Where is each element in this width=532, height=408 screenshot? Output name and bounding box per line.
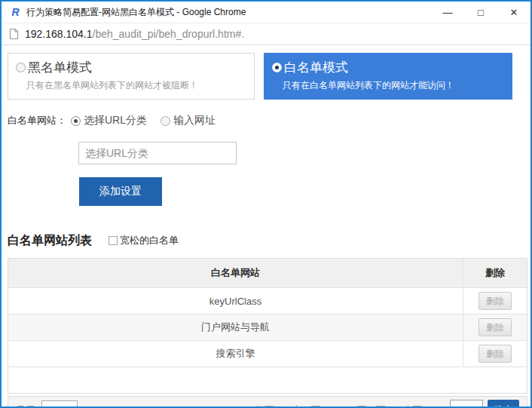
header-site-column: 白名单网站 — [8, 259, 463, 287]
page-size-value: 10 — [46, 404, 67, 408]
header-delete-column: 删除 — [463, 259, 527, 287]
delete-cell: 删除 — [463, 288, 527, 314]
url-text: 192.168.104.1/beh_audit_pi/beh_dropurl.h… — [25, 28, 244, 40]
loose-whitelist-checkbox[interactable] — [109, 236, 118, 245]
last-page-button[interactable]: 末页 ▶| — [403, 403, 430, 408]
delete-row-button[interactable]: 删除 — [478, 292, 512, 310]
blacklist-mode-box[interactable]: 黑名单模式 只有在黑名单网站列表下的网站才被阻断！ — [8, 53, 255, 100]
option-select-url-class[interactable]: 选择URL分类 — [71, 114, 147, 127]
delete-cell: 删除 — [463, 314, 527, 340]
window-controls: — □ ✕ — [431, 2, 530, 23]
whitelist-mode-desc: 只有在白名单网站列表下的网站才能访问！ — [283, 79, 504, 92]
whitelist-list-title: 白名单网站列表 — [8, 233, 92, 249]
delete-cell: 删除 — [463, 341, 527, 367]
page-size-select[interactable]: 10 ▼ — [41, 400, 78, 408]
table-row: 门户网站与导航 删除 — [8, 314, 527, 340]
url-class-radio-label: 选择URL分类 — [84, 114, 147, 127]
whitelist-source-row: 白名单网站： 选择URL分类 输入网址 — [8, 113, 524, 128]
loose-whitelist-label: 宽松的白名单 — [120, 234, 179, 247]
list-heading-row: 白名单网站列表 宽松的白名单 — [8, 233, 524, 248]
current-page-number: 1 — [336, 405, 341, 408]
pagination-controls: |◀ 首页 ◀ 上一页 1 下一页 ▶ 末页 ▶| — [247, 403, 430, 408]
last-page-label: 末页 — [403, 403, 423, 408]
blacklist-mode-desc: 只有在黑名单网站列表下的网站才被阻断！ — [26, 79, 246, 92]
blacklist-radio[interactable] — [16, 63, 26, 72]
table-header-row: 白名单网站 删除 — [8, 259, 527, 287]
url-path: /beh_audit_pi/beh_dropurl.htm#. — [93, 28, 245, 40]
blacklist-mode-title: 黑名单模式 — [28, 59, 92, 76]
table-row: keyUrlClass 删除 — [8, 287, 527, 314]
page-document-icon — [9, 28, 19, 40]
confirm-page-button[interactable]: 确定 — [488, 400, 519, 408]
prev-page-button[interactable]: ◀ 上一页 — [285, 403, 321, 408]
whitelist-mode-title: 白名单模式 — [284, 59, 348, 76]
window-titlebar: R 行为策略简易配置-网站黑白名单模式 - Google Chrome — □ … — [2, 2, 530, 23]
page-size-label: 显示: — [16, 403, 38, 408]
input-url-radio[interactable] — [161, 116, 170, 126]
whitelist-source-label: 白名单网站： — [8, 114, 66, 127]
site-cell: keyUrlClass — [8, 288, 463, 314]
delete-row-button[interactable]: 删除 — [478, 318, 512, 336]
mode-selector: 黑名单模式 只有在黑名单网站列表下的网站才被阻断！ 白名单模式 只有在白名单网站… — [8, 53, 524, 100]
next-page-label: 下一页 — [356, 403, 386, 408]
page-content: 黑名单模式 只有在黑名单网站列表下的网站才被阻断！ 白名单模式 只有在白名单网站… — [2, 53, 530, 408]
empty-table-row — [8, 367, 527, 393]
close-button[interactable]: ✕ — [497, 2, 530, 23]
input-url-radio-label: 输入网址 — [173, 114, 216, 127]
loose-whitelist-option[interactable]: 宽松的白名单 — [109, 234, 179, 247]
add-setting-button[interactable]: 添加设置 — [79, 177, 162, 206]
table-row: 搜索引擎 删除 — [8, 340, 527, 367]
next-page-button[interactable]: 下一页 ▶ — [356, 403, 393, 408]
url-class-radio[interactable] — [71, 116, 81, 126]
first-page-button[interactable]: |◀ 首页 — [247, 403, 274, 408]
first-page-label: 首页 — [255, 403, 274, 408]
whitelist-radio[interactable] — [272, 63, 282, 72]
address-bar[interactable]: 192.168.104.1/beh_audit_pi/beh_dropurl.h… — [2, 23, 530, 45]
goto-page-input[interactable] — [450, 400, 483, 408]
prev-page-label: 上一页 — [292, 403, 321, 408]
pagination-bar: 显示: 10 ▼ |◀ 首页 ◀ 上一页 1 下一页 ▶ 末页 ▶| — [8, 396, 527, 408]
option-input-url[interactable]: 输入网址 — [161, 114, 216, 127]
whitelist-mode-box[interactable]: 白名单模式 只有在白名单网站列表下的网站才能访问！ — [264, 53, 512, 100]
maximize-button[interactable]: □ — [464, 2, 497, 23]
minimize-button[interactable]: — — [431, 2, 464, 23]
url-class-input[interactable] — [78, 142, 237, 164]
whitelist-table: 白名单网站 删除 keyUrlClass 删除 门户网站与导航 删除 搜索引擎 … — [8, 258, 527, 394]
delete-row-button[interactable]: 删除 — [478, 345, 512, 363]
window-title: 行为策略简易配置-网站黑白名单模式 - Google Chrome — [26, 6, 431, 19]
site-cell: 门户网站与导航 — [8, 314, 463, 340]
site-cell: 搜索引擎 — [8, 341, 463, 367]
url-host: 192.168.104.1 — [25, 28, 93, 40]
app-logo-icon: R — [9, 6, 22, 18]
